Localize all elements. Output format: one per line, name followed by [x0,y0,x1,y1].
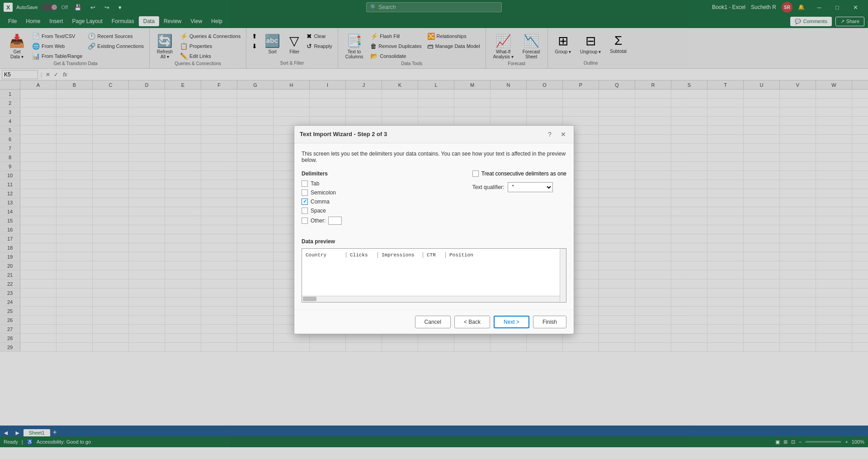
dialog-help-button[interactable]: ? [545,129,555,139]
finish-button[interactable]: Finish [533,316,566,328]
space-label: Space [311,208,326,214]
comma-delimiter-row: Comma [302,199,431,205]
delimiters-section: Delimiters Tab Semicolon Comma [302,170,431,227]
preview-scrollbar-horizontal[interactable] [302,296,560,302]
data-preview-box[interactable]: Country Clicks Impressions CTR Position [302,248,566,303]
next-button[interactable]: Next > [494,316,529,328]
tab-checkbox[interactable] [302,180,308,187]
preview-col-impressions: Impressions [378,252,423,258]
other-delimiter-row: Other: [302,217,431,225]
dialog-overlay: Text Import Wizard - Step 2 of 3 ? ✕ Thi… [0,0,868,447]
consecutive-label: Treat consecutive delimiters as one [481,170,566,177]
dialog-body: This screen lets you set the delimiters … [294,143,574,310]
semicolon-checkbox[interactable] [302,189,308,196]
dialog-footer: Cancel < Back Next > Finish [294,310,574,334]
data-preview-label: Data preview [302,238,566,245]
tab-label: Tab [311,180,319,187]
dialog-close-button[interactable]: ✕ [558,129,568,139]
tab-delimiter-row: Tab [302,180,431,187]
dialog-title: Text Import Wizard - Step 2 of 3 [300,131,387,137]
other-input[interactable] [328,217,342,225]
delimiters-label: Delimiters [302,170,431,177]
semicolon-label: Semicolon [311,189,336,196]
other-checkbox[interactable] [302,218,308,224]
other-label: Other: [311,218,326,224]
qualifier-select[interactable]: " ' {none} [508,182,553,192]
comma-checkbox[interactable] [302,199,308,205]
qualifier-label: Text qualifier: [472,184,505,190]
dialog-titlebar: Text Import Wizard - Step 2 of 3 ? ✕ [294,126,574,143]
preview-col-country: Country [306,252,346,258]
semicolon-delimiter-row: Semicolon [302,189,431,196]
consecutive-checkbox[interactable] [472,170,479,177]
consecutive-row: Treat consecutive delimiters as one [472,170,566,177]
space-checkbox[interactable] [302,208,308,214]
preview-scrollbar-vertical[interactable] [560,249,566,302]
text-import-dialog: Text Import Wizard - Step 2 of 3 ? ✕ Thi… [294,125,574,334]
cancel-button[interactable]: Cancel [415,316,451,328]
dialog-description: This screen lets you set the delimiters … [302,151,566,163]
qualifier-row: Text qualifier: " ' {none} [472,182,566,192]
preview-col-ctr: CTR [423,252,446,258]
back-button[interactable]: < Back [454,316,490,328]
preview-col-position: Position [446,252,482,258]
options-section: Treat consecutive delimiters as one Text… [458,170,566,227]
comma-label: Comma [311,199,330,205]
space-delimiter-row: Space [302,208,431,214]
preview-col-clicks: Clicks [346,252,378,258]
